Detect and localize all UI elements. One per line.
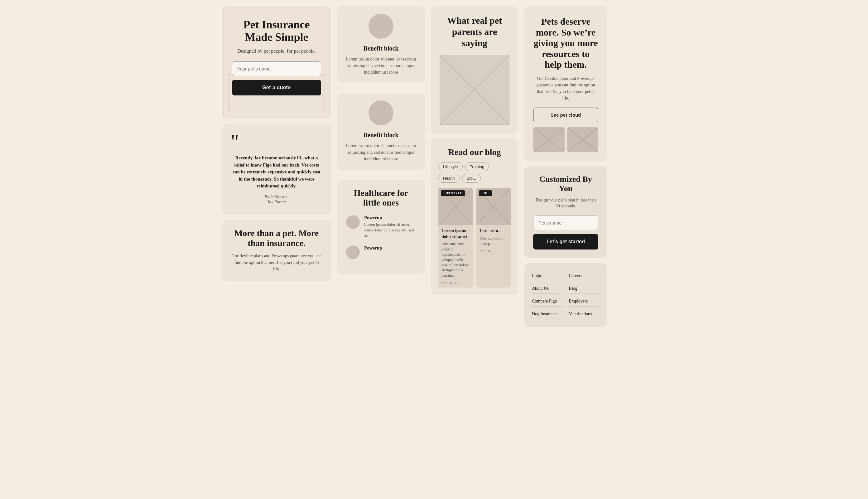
blog-post-2-badge: LIF... [479, 190, 492, 196]
powerup-circle-1 [346, 215, 360, 229]
blog-tag-health[interactable]: Health [438, 174, 460, 183]
blog-post-2-excerpt: Duis a... volutp... nulla p... [480, 236, 508, 246]
see-pet-cloud-button[interactable]: See pet cloud [533, 108, 598, 122]
blog-post-1-title: Lorem ipsum dolor sit amet [442, 228, 470, 240]
benefit-circle-2 [369, 100, 394, 125]
footer-link-blog[interactable]: Blog [569, 283, 600, 294]
benefit-title-1: Benefit block [345, 45, 417, 52]
pet-name-input[interactable] [232, 61, 321, 76]
blog-title: Read our blog [438, 147, 511, 157]
healthcare-card: Healthcare for little ones Powerup Lorem… [337, 180, 425, 274]
blog-post-2-date: MM/DI... [480, 249, 508, 253]
blog-tags: Lifestyle Training Health Sto... [438, 162, 511, 183]
small-wireframes [533, 127, 598, 152]
powerup-item-1: Powerup Lorem ipsum dolor sit amet, cons… [346, 215, 416, 240]
get-started-button[interactable]: Let’s get started [533, 234, 598, 250]
more-than-text: Our flexible plans and Powerups guarante… [231, 253, 322, 272]
powerup-text-1: Lorem ipsum dolor sit amet, consectetur … [364, 222, 416, 240]
blog-post-2[interactable]: LIF... Lor... sit a... Duis a... volutp.… [476, 188, 511, 288]
hero-card: Pet Insurance Made Simple Designed by pe… [222, 6, 331, 119]
blog-posts: LIFESTYLE Lorem ipsum dolor sit amet Dui… [438, 188, 511, 288]
blog-tag-training[interactable]: Training [465, 162, 489, 171]
blog-post-1-badge: LIFESTYLE [441, 190, 465, 196]
hero-title: Pet Insurance Made Simple [232, 19, 321, 43]
footer-links: Login Careers About Us Blog Compare Figo… [532, 271, 599, 319]
get-quote-button[interactable]: Get a quote [232, 80, 321, 95]
benefit-text-2: Lorem ipsum dolor sit amet, consectetur … [345, 143, 417, 162]
footer-link-employers[interactable]: Employers [569, 296, 600, 307]
blog-card: Read our blog Lifestyle Training Health … [431, 138, 518, 295]
resources-text: Our flexible plans and Powerups guarante… [533, 75, 598, 101]
blog-post-2-image: LIF... [476, 188, 511, 225]
powerup-circle-2 [346, 245, 360, 259]
quote-text: Recently Jax became seriously ill...what… [231, 154, 322, 190]
testimonial-image [439, 55, 509, 125]
benefit-text-1: Lorem ipsum dolor sit amet, consectetur … [345, 56, 417, 75]
blog-tag-lifestyle[interactable]: Lifestyle [438, 162, 463, 171]
small-wireframe-1 [533, 127, 565, 152]
blog-post-1-excerpt: Duis aute irure dolor in reprehenderit i… [442, 241, 470, 278]
benefit-block-2: Benefit block Lorem ipsum dolor sit amet… [337, 93, 425, 170]
footer-link-vets[interactable]: Veterinarians [569, 309, 600, 319]
footer-link-login[interactable]: Login [532, 271, 563, 281]
quote-card: " Recently Jax became seriously ill...wh… [222, 123, 331, 215]
pet-name-input-2[interactable] [533, 216, 598, 230]
benefit-circle-1 [369, 14, 394, 39]
customized-title: Customized By You [533, 175, 598, 193]
benefit-block-1: Benefit block Lorem ipsum dolor sit amet… [337, 6, 425, 83]
blog-post-1-image: LIFESTYLE [438, 188, 473, 225]
healthcare-title: Healthcare for little ones [346, 188, 416, 208]
quote-marks: " [231, 133, 322, 149]
resources-title: Pets deserve more. So we’re giving you m… [533, 16, 598, 70]
benefit-title-2: Benefit block [345, 132, 417, 139]
footer-link-compare[interactable]: Compare Figo [532, 296, 563, 307]
more-than-card: More than a pet. More than insurance. Ou… [222, 220, 331, 281]
blog-post-1[interactable]: LIFESTYLE Lorem ipsum dolor sit amet Dui… [438, 188, 473, 288]
pet-parents-card: What real pet parents are saying [431, 6, 518, 133]
footer-card: Login Careers About Us Blog Compare Figo… [524, 263, 607, 327]
footer-link-about[interactable]: About Us [532, 283, 563, 294]
blog-tag-more[interactable]: Sto... [462, 174, 481, 183]
blog-post-1-date: MM/DD/YY [442, 281, 470, 284]
customized-card: Customized By You Design your pet’s plan… [524, 166, 607, 258]
hero-subtitle: Designed by pet people, for pet people. [232, 48, 321, 54]
powerup-title-2: Powerup [364, 245, 382, 251]
pet-parents-title: What real pet parents are saying [439, 15, 509, 49]
blog-post-2-title: Lor... sit a... [480, 228, 508, 234]
quote-author: Bella Simson, Jax Parent [231, 195, 322, 205]
more-than-title: More than a pet. More than insurance. [231, 228, 322, 248]
small-wireframe-2 [567, 127, 599, 152]
footer-link-dog[interactable]: Dog Insurance [532, 309, 563, 319]
powerup-title-1: Powerup [364, 215, 416, 220]
powerup-item-2: Powerup [346, 245, 416, 259]
customized-text: Design your pet’s plan in less than 60 s… [533, 197, 598, 209]
footer-link-careers[interactable]: Careers [569, 271, 600, 281]
resources-card: Pets deserve more. So we’re giving you m… [524, 6, 607, 161]
